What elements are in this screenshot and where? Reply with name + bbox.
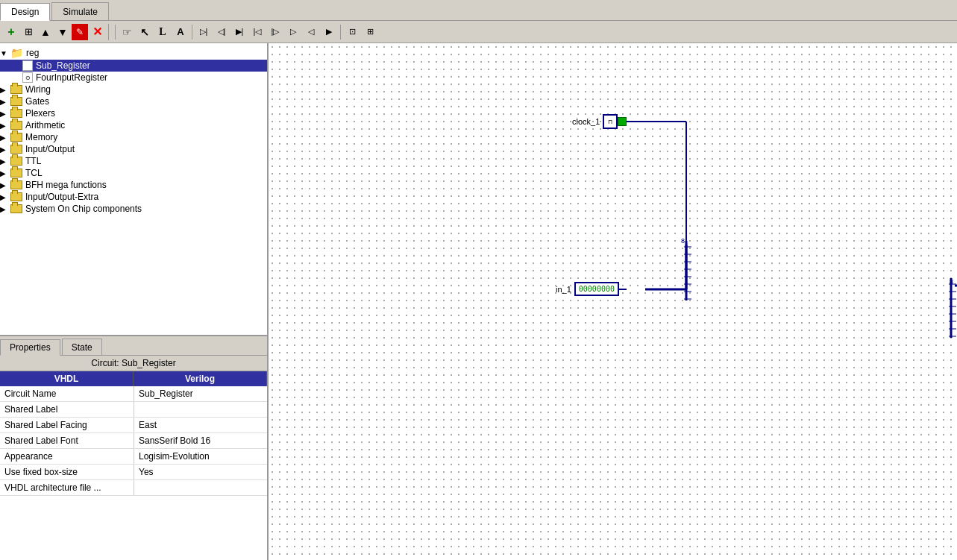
prop-key-label-font: Shared Label Font — [0, 433, 134, 448]
gate-tool-4[interactable]: |◁ — [249, 24, 266, 40]
tab-state[interactable]: State — [62, 339, 102, 355]
tab-properties[interactable]: Properties — [0, 339, 60, 356]
plexers-folder-icon — [10, 109, 22, 118]
prop-val-shared-label[interactable] — [134, 402, 267, 417]
clock-label: clock_1 — [572, 117, 600, 126]
toolbar-separator-3 — [340, 25, 341, 40]
tree-item-plexers[interactable]: ▶ Plexers — [0, 107, 267, 119]
tree-label-bfh: BFH mega functions — [25, 180, 107, 190]
input-pin-box[interactable]: 00000000 — [574, 282, 619, 296]
expand-icon: ⊞ — [25, 26, 33, 37]
wiring-toggle[interactable]: ▶ — [0, 86, 10, 94]
tree-item-io-extra[interactable]: ▶ Input/Output-Extra — [0, 191, 267, 203]
move-up-button[interactable]: ▲ — [37, 24, 54, 40]
text-icon: A — [177, 26, 183, 37]
in-value: 00000000 — [579, 285, 615, 293]
delete-button[interactable]: ✕ — [89, 24, 105, 40]
bfh-toggle[interactable]: ▶ — [0, 181, 10, 189]
toolbar: + ⊞ ▲ ▼ ✎ ✕ ☞ ↖ L A ▷| ◁| ▶| — [0, 21, 957, 43]
tree-item-four-input[interactable]: ⊙ FourInputRegister — [0, 72, 267, 84]
tree-item-bfh[interactable]: ▶ BFH mega functions — [0, 179, 267, 191]
poke-tool-button[interactable]: ☞ — [119, 24, 135, 40]
poke-icon: ☞ — [122, 26, 132, 38]
prop-row-label-facing[interactable]: Shared Label Facing East — [0, 418, 267, 433]
tree-item-wiring[interactable]: ▶ Wiring — [0, 84, 267, 95]
tab-design[interactable]: Design — [0, 3, 50, 21]
prop-key-vhdl-file: VHDL architecture file ... — [0, 480, 134, 495]
prop-row-circuit-name[interactable]: Circuit Name Sub_Register — [0, 386, 267, 402]
canvas-area[interactable]: 8 8 clock_1 ⊓ in_1 00000000 — [269, 43, 957, 560]
io-extra-toggle[interactable]: ▶ — [0, 193, 10, 201]
prop-key-label-facing: Shared Label Facing — [0, 418, 134, 432]
ttl-folder-icon — [10, 157, 22, 166]
tree-root[interactable]: ▼ 📁 reg — [0, 46, 267, 60]
move-down-button[interactable]: ▼ — [54, 24, 71, 40]
prop-header-row: VHDL Verilog — [0, 371, 267, 386]
layout-tool-1[interactable]: ⊡ — [344, 24, 360, 40]
prop-val-appearance: Logisim-Evolution — [134, 449, 267, 464]
select-tool-button[interactable]: ↖ — [137, 24, 153, 40]
prop-row-label-font[interactable]: Shared Label Font SansSerif Bold 16 — [0, 433, 267, 449]
gate6-icon: ▷ — [290, 27, 296, 37]
gate-tool-7[interactable]: ◁ — [303, 24, 319, 40]
circuit-icon-four-input: ⊙ — [22, 72, 33, 83]
left-bus-connector — [683, 241, 697, 303]
io-toggle[interactable]: ▶ — [0, 145, 10, 154]
text-tool-button[interactable]: A — [172, 24, 189, 40]
tcl-toggle[interactable]: ▶ — [0, 169, 10, 177]
tcl-folder-icon — [10, 169, 22, 177]
input-pin-group: 00000000 — [574, 282, 627, 296]
soc-toggle[interactable]: ▶ — [0, 205, 10, 213]
gate-tool-3[interactable]: ▶| — [231, 24, 248, 40]
prop-row-appearance[interactable]: Appearance Logisim-Evolution — [0, 449, 267, 465]
layout-tool-2[interactable]: ⊞ — [362, 24, 378, 40]
ttl-toggle[interactable]: ▶ — [0, 157, 10, 166]
arithmetic-toggle[interactable]: ▶ — [0, 122, 10, 130]
prop-key-shared-label: Shared Label — [0, 402, 134, 417]
tree-item-gates[interactable]: ▶ Gates — [0, 95, 267, 107]
tree-item-arithmetic[interactable]: ▶ Arithmetic — [0, 119, 267, 131]
circuit-icon-sub-register: ⊙ — [22, 60, 33, 71]
tree-item-sub-register[interactable]: ⊙ Sub_Register — [0, 60, 267, 72]
tree-item-io[interactable]: ▶ Input/Output — [0, 143, 267, 155]
gate-tool-1[interactable]: ▷| — [195, 24, 212, 40]
right-bus-connector — [947, 278, 957, 340]
right-bus-svg — [947, 278, 957, 338]
clock-component[interactable]: clock_1 ⊓ — [572, 114, 634, 129]
prop-val-label-font: SansSerif Bold 16 — [134, 433, 267, 448]
prop-val-vhdl-file[interactable] — [134, 480, 267, 495]
gate-tool-8[interactable]: ▶ — [321, 24, 337, 40]
prop-val-circuit-name: Sub_Register — [134, 386, 267, 401]
tree-item-ttl[interactable]: ▶ TTL — [0, 155, 267, 167]
edit-button[interactable]: ✎ — [72, 24, 88, 40]
tree-item-memory[interactable]: ▶ Memory — [0, 131, 267, 143]
add-circuit-button[interactable]: + — [3, 24, 19, 40]
plexers-toggle[interactable]: ▶ — [0, 110, 10, 118]
toolbar-separator-1 — [115, 25, 116, 40]
gate-tool-6[interactable]: ▷ — [285, 24, 301, 40]
tree-item-soc[interactable]: ▶ System On Chip components — [0, 203, 267, 215]
tree-item-tcl[interactable]: ▶ TCL — [0, 167, 267, 179]
prop-row-fixed-box[interactable]: Use fixed box-size Yes — [0, 465, 267, 480]
gates-toggle[interactable]: ▶ — [0, 98, 10, 106]
in-label: in_1 — [556, 285, 571, 294]
memory-toggle[interactable]: ▶ — [0, 133, 10, 142]
toolbar-separator-2 — [192, 25, 192, 40]
gate-tool-2[interactable]: ◁| — [213, 24, 230, 40]
gate-tool-5[interactable]: |▷ — [267, 24, 283, 40]
tree-area[interactable]: ▼ 📁 reg ⊙ Sub_Register ⊙ FourInputRegist… — [0, 43, 267, 336]
clock-value-indicator — [618, 117, 627, 126]
wire-tool-button[interactable]: L — [154, 24, 171, 40]
io-extra-folder-icon — [10, 192, 22, 201]
col-verilog: Verilog — [134, 371, 267, 386]
expand-button[interactable]: ⊞ — [20, 24, 37, 40]
tab-simulate[interactable]: Simulate — [51, 2, 109, 20]
toolbar-left-group: + ⊞ ▲ ▼ ✎ ✕ — [3, 24, 109, 40]
input-pin-component[interactable]: in_1 00000000 — [556, 282, 627, 296]
clock-box[interactable]: ⊓ — [603, 114, 618, 129]
root-toggle[interactable]: ▼ — [0, 49, 10, 57]
tree-label-gates: Gates — [25, 96, 49, 107]
prop-row-shared-label[interactable]: Shared Label — [0, 402, 267, 418]
prop-row-vhdl-file[interactable]: VHDL architecture file ... — [0, 480, 267, 496]
wiring-folder-icon — [10, 85, 22, 94]
